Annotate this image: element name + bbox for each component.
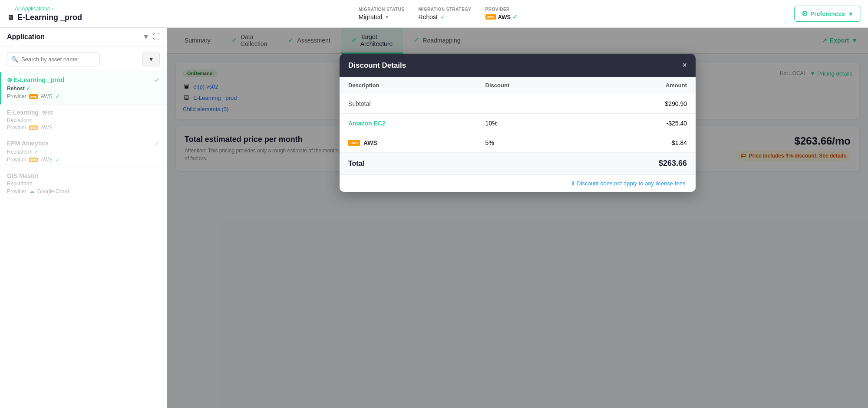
chevron-right-icon: › bbox=[52, 6, 53, 12]
row-discount bbox=[477, 94, 581, 114]
item-strategy: Replatform ✓ bbox=[7, 148, 160, 155]
app-icon: 🖥 bbox=[7, 14, 14, 22]
topbar: ← All Applications › 🖥 E-Learning _prod … bbox=[0, 0, 868, 28]
row-discount: 5% bbox=[477, 133, 581, 153]
info-icon: ℹ bbox=[572, 180, 574, 187]
modal-body: Description Discount Amount Subtotal $29… bbox=[340, 77, 696, 174]
aws-bar-icon: aws bbox=[348, 140, 360, 146]
row-amount: $290.90 bbox=[581, 94, 696, 114]
expand-icon[interactable]: ⛶ bbox=[153, 33, 160, 41]
modal-footer: ℹ Discount does not apply to any license… bbox=[340, 174, 696, 192]
search-bar: 🔍 ▼ bbox=[0, 46, 167, 72]
search-input[interactable] bbox=[7, 52, 100, 66]
provider-item-check: ✓ bbox=[55, 156, 60, 163]
item-provider: Provider ☁ Google Cloud bbox=[7, 188, 160, 194]
discount-table: Description Discount Amount Subtotal $29… bbox=[340, 77, 696, 174]
item-row: GIS Master bbox=[7, 172, 160, 179]
aws-small-icon: aws bbox=[29, 94, 38, 99]
migration-status-value[interactable]: Migrated ▼ bbox=[359, 13, 389, 20]
migration-strategy-value: Rehost ✓ bbox=[419, 13, 446, 20]
migration-status-label: MIGRATION STATUS bbox=[359, 7, 405, 12]
aws-text: AWS bbox=[363, 139, 377, 146]
topbar-left: ← All Applications › 🖥 E-Learning _prod bbox=[7, 5, 82, 22]
total-amount-modal: $263.66 bbox=[659, 159, 687, 168]
provider-value: aws AWS ✓ bbox=[485, 13, 518, 20]
row-amount: -$25.40 bbox=[581, 114, 696, 133]
app-title: 🖥 E-Learning _prod bbox=[7, 13, 82, 22]
item-provider: Provider aws AWS ✓ bbox=[7, 156, 160, 163]
col-description: Description bbox=[340, 77, 477, 94]
aws-provider-cell: aws AWS bbox=[348, 139, 468, 146]
item-name: EPM Analytics bbox=[7, 140, 49, 147]
list-item[interactable]: GIS Master Replatform Provider ☁ Google … bbox=[0, 168, 167, 199]
row-description: Subtotal bbox=[348, 100, 370, 107]
col-amount: Amount bbox=[581, 77, 696, 94]
table-row: aws AWS 5% -$1.84 bbox=[340, 133, 696, 153]
modal-close-button[interactable]: × bbox=[682, 61, 687, 70]
search-wrapper: 🔍 bbox=[7, 52, 139, 66]
main-layout: Application ▼ ⛶ 🔍 ▼ ⊗ E-Learning _prod ✓ bbox=[0, 28, 868, 408]
migration-strategy-label: MIGRATION STRATEGY bbox=[419, 7, 472, 12]
item-strategy: Rehost ✓ bbox=[7, 85, 160, 92]
preferences-dropdown-arrow: ▼ bbox=[848, 10, 854, 17]
list-item[interactable]: EPM Analytics ✓ Replatform ✓ Provider aw… bbox=[0, 135, 167, 168]
status-dropdown-arrow: ▼ bbox=[385, 15, 389, 20]
preferences-button[interactable]: ⚙ Preferences ▼ bbox=[794, 6, 861, 22]
dropdown-icon[interactable]: ▼ bbox=[142, 33, 149, 41]
migration-strategy-group: MIGRATION STRATEGY Rehost ✓ bbox=[419, 7, 472, 20]
item-row: E-Learning_test bbox=[7, 109, 160, 116]
item-name: ⊗ E-Learning _prod bbox=[7, 76, 64, 83]
topbar-center: MIGRATION STATUS Migrated ▼ MIGRATION ST… bbox=[359, 7, 518, 20]
row-amount: -$1.84 bbox=[581, 133, 696, 153]
sidebar-header: Application ▼ ⛶ bbox=[0, 28, 167, 46]
modal-title: Discount Details bbox=[348, 61, 406, 70]
row-discount: 10% bbox=[477, 114, 581, 133]
item-name: GIS Master bbox=[7, 172, 39, 179]
discount-modal: Discount Details × Description Discount … bbox=[340, 54, 696, 192]
amazon-ec2-link[interactable]: Amazon EC2 bbox=[348, 120, 386, 127]
back-arrow-icon: ← bbox=[7, 5, 13, 12]
item-provider: Provider aws AWS bbox=[7, 125, 160, 131]
footer-note: Discount does not apply to any license f… bbox=[577, 180, 687, 187]
sidebar-title: Application bbox=[7, 33, 45, 41]
topbar-right: ⚙ Preferences ▼ bbox=[794, 6, 861, 22]
aws-logo-full: aws bbox=[348, 140, 360, 146]
back-link-label: All Applications bbox=[15, 6, 50, 12]
item-provider: Provider aws AWS ✓ bbox=[7, 93, 160, 100]
sidebar-list: ⊗ E-Learning _prod ✓ Rehost ✓ Provider a… bbox=[0, 72, 167, 408]
list-item[interactable]: ⊗ E-Learning _prod ✓ Rehost ✓ Provider a… bbox=[0, 72, 167, 105]
strategy-check-icon: ✓ bbox=[440, 13, 446, 20]
sidebar: Application ▼ ⛶ 🔍 ▼ ⊗ E-Learning _prod ✓ bbox=[0, 28, 167, 408]
col-discount: Discount bbox=[477, 77, 581, 94]
item-strategy: Replatform bbox=[7, 117, 160, 123]
sidebar-header-icons: ▼ ⛶ bbox=[142, 33, 160, 41]
search-icon: 🔍 bbox=[11, 56, 18, 63]
content-area: Summary ✓ DataCollection ✓ Assessment ✓ … bbox=[167, 28, 868, 408]
table-row: Subtotal $290.90 bbox=[340, 94, 696, 114]
modal-header: Discount Details × bbox=[340, 54, 696, 77]
migration-status-group: MIGRATION STATUS Migrated ▼ bbox=[359, 7, 405, 20]
provider-label: PROVIDER bbox=[485, 7, 510, 12]
provider-item-check: ✓ bbox=[55, 93, 60, 100]
list-item[interactable]: E-Learning_test Replatform Provider aws … bbox=[0, 105, 167, 135]
item-row: EPM Analytics ✓ bbox=[7, 140, 160, 147]
provider-check-icon: ✓ bbox=[512, 13, 518, 20]
aws-small-icon: aws bbox=[29, 125, 38, 130]
back-link[interactable]: ← All Applications › bbox=[7, 5, 82, 12]
total-label-modal: Total bbox=[348, 160, 364, 167]
aws-small-icon: aws bbox=[29, 158, 38, 162]
gear-icon: ⚙ bbox=[802, 10, 808, 18]
table-row-total: Total $263.66 bbox=[340, 153, 696, 174]
aws-logo: aws bbox=[485, 14, 496, 20]
item-row: ⊗ E-Learning _prod ✓ bbox=[7, 76, 160, 83]
filter-button[interactable]: ▼ bbox=[142, 52, 160, 66]
table-row: Amazon EC2 10% -$25.40 bbox=[340, 114, 696, 133]
item-check-icon: ✓ bbox=[155, 140, 160, 147]
item-check-icon: ✓ bbox=[155, 76, 160, 83]
modal-overlay[interactable]: Discount Details × Description Discount … bbox=[167, 28, 868, 408]
provider-group: PROVIDER aws AWS ✓ bbox=[485, 7, 518, 20]
item-strategy: Replatform bbox=[7, 181, 160, 187]
google-icon: ☁ bbox=[29, 188, 35, 194]
item-name: E-Learning_test bbox=[7, 109, 53, 116]
app-name-label: E-Learning _prod bbox=[17, 13, 82, 22]
